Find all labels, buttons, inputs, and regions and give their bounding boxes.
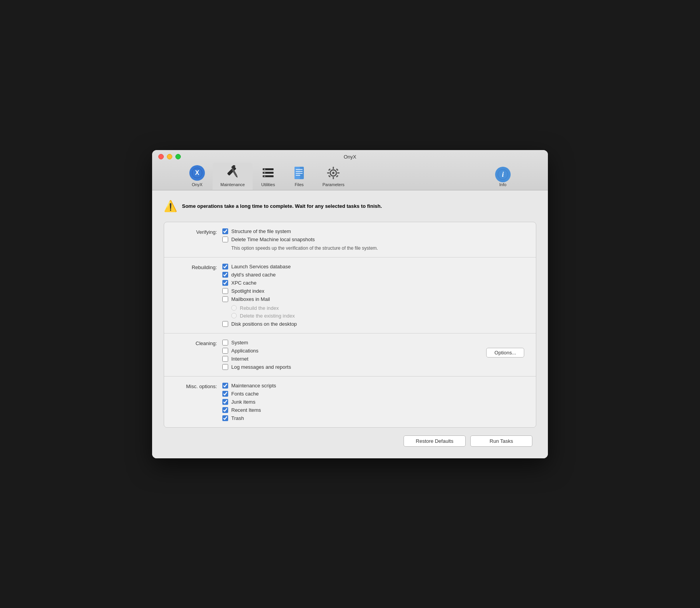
svg-rect-24 [328, 168, 331, 171]
checkbox-row-recent-items: Recent Items [222, 407, 528, 413]
utilities-icon [260, 165, 276, 181]
checkbox-structure-filesystem[interactable] [222, 228, 228, 234]
checkbox-recent-items[interactable] [222, 407, 228, 413]
checkbox-disk-positions[interactable] [222, 321, 228, 327]
minimize-button[interactable] [167, 154, 172, 159]
cleaning-label: Cleaning: [172, 340, 222, 370]
checkbox-applications[interactable] [222, 348, 228, 354]
label-trash: Trash [231, 415, 244, 421]
radio-delete-index[interactable] [231, 313, 237, 318]
toolbar-item-maintenance[interactable]: Maintenance [213, 163, 253, 190]
checkbox-delete-time-machine[interactable] [222, 237, 228, 242]
svg-text:i: i [502, 171, 504, 178]
checkbox-row-spotlight: Spotlight index [222, 288, 528, 294]
checkbox-row-applications: Applications [222, 348, 528, 354]
label-recent-items: Recent Items [231, 407, 261, 413]
checkbox-row-system: System [222, 340, 528, 345]
svg-rect-10 [264, 172, 265, 173]
toolbar-label-maintenance: Maintenance [220, 182, 245, 187]
label-disk-positions: Disk positions on the desktop [231, 321, 297, 327]
radio-row-rebuild: Rebuild the index [231, 305, 528, 311]
checkbox-row-dyld: dyld's shared cache [222, 272, 528, 278]
maintenance-icon [225, 165, 241, 181]
svg-rect-27 [336, 168, 338, 171]
checkbox-trash[interactable] [222, 415, 228, 421]
toolbar-item-utilities[interactable]: Utilities [253, 163, 284, 190]
label-dyld-cache: dyld's shared cache [231, 272, 276, 278]
checkbox-mailboxes-mail[interactable] [222, 296, 228, 302]
checkbox-row-xpc: XPC cache [222, 280, 528, 286]
svg-text:X: X [195, 169, 199, 176]
svg-rect-17 [296, 175, 300, 176]
section-cleaning: Cleaning: System Applications [164, 333, 536, 377]
svg-rect-11 [264, 176, 265, 177]
toolbar-label-onyx: OnyX [192, 182, 203, 187]
window-title: OnyX [344, 154, 357, 160]
checkbox-fonts-cache[interactable] [222, 391, 228, 397]
checkbox-internet[interactable] [222, 356, 228, 362]
verifying-label: Verifying: [172, 228, 222, 251]
label-junk-items: Junk items [231, 399, 255, 405]
svg-rect-9 [264, 169, 265, 170]
toolbar-item-info[interactable]: i Info [487, 164, 518, 190]
onyx-icon: X [189, 165, 205, 181]
restore-defaults-button[interactable]: Restore Defaults [404, 435, 466, 447]
toolbar-label-info: Info [499, 182, 506, 187]
warning-icon: ⚠️ [164, 200, 177, 212]
traffic-lights [158, 154, 181, 159]
bottom-bar: Restore Defaults Run Tasks [164, 428, 536, 447]
svg-point-19 [332, 172, 334, 174]
svg-rect-20 [333, 167, 334, 169]
checkbox-dyld-cache[interactable] [222, 272, 228, 278]
checkbox-row-mailboxes: Mailboxes in Mail [222, 296, 528, 302]
checkbox-maintenance-scripts[interactable] [222, 383, 228, 389]
checkbox-row-junk-items: Junk items [222, 399, 528, 405]
checkbox-system[interactable] [222, 340, 228, 345]
checkbox-row-launch-services: Launch Services database [222, 264, 528, 269]
radio-row-delete-index: Delete the existing index [231, 313, 528, 319]
svg-rect-23 [337, 172, 340, 173]
toolbar-item-onyx[interactable]: X OnyX [182, 163, 213, 190]
label-delete-index: Delete the existing index [240, 313, 295, 319]
toolbar-label-parameters: Parameters [322, 182, 345, 187]
options-button[interactable]: Options... [486, 348, 524, 358]
radio-rebuild-index[interactable] [231, 305, 237, 311]
checkbox-spotlight-index[interactable] [222, 288, 228, 294]
label-structure-filesystem: Structure of the file system [231, 228, 291, 234]
checkbox-junk-items[interactable] [222, 399, 228, 405]
label-xpc-cache: XPC cache [231, 280, 256, 286]
toolbar: X OnyX Main [158, 163, 542, 190]
checkbox-launch-services[interactable] [222, 264, 228, 269]
checkbox-row-internet: Internet [222, 356, 528, 362]
section-verifying: Verifying: Structure of the file system … [164, 222, 536, 257]
verifying-hint: This option speeds up the verification o… [231, 245, 528, 251]
cleaning-content: System Applications Internet [222, 340, 528, 370]
maximize-button[interactable] [175, 154, 181, 159]
toolbar-item-parameters[interactable]: Parameters [315, 163, 352, 190]
checkbox-row-time-machine: Delete Time Machine local snapshots [222, 237, 528, 242]
label-internet: Internet [231, 356, 248, 362]
checkbox-row-structure: Structure of the file system [222, 228, 528, 234]
label-fonts-cache: Fonts cache [231, 391, 259, 397]
label-maintenance-scripts: Maintenance scripts [231, 383, 276, 389]
svg-rect-16 [296, 173, 303, 174]
run-tasks-button[interactable]: Run Tasks [470, 435, 532, 447]
label-launch-services: Launch Services database [231, 264, 291, 269]
checkbox-xpc-cache[interactable] [222, 280, 228, 286]
rebuilding-content: Launch Services database dyld's shared c… [222, 264, 528, 327]
main-content: ⚠️ Some operations take a long time to c… [152, 190, 548, 458]
svg-rect-26 [328, 175, 331, 177]
titlebar: OnyX X OnyX [152, 150, 548, 190]
toolbar-item-files[interactable]: Files [284, 163, 315, 190]
label-log-messages: Log messages and reports [231, 364, 291, 370]
misc-content: Maintenance scripts Fonts cache Junk ite… [222, 383, 528, 421]
close-button[interactable] [158, 154, 164, 159]
label-spotlight-index: Spotlight index [231, 288, 264, 294]
svg-rect-15 [296, 171, 303, 172]
misc-label: Misc. options: [172, 383, 222, 421]
checkbox-log-messages[interactable] [222, 364, 228, 370]
checkbox-row-log-messages: Log messages and reports [222, 364, 528, 370]
settings-panel: Verifying: Structure of the file system … [164, 222, 536, 428]
svg-rect-14 [296, 169, 303, 170]
files-icon [291, 165, 307, 181]
